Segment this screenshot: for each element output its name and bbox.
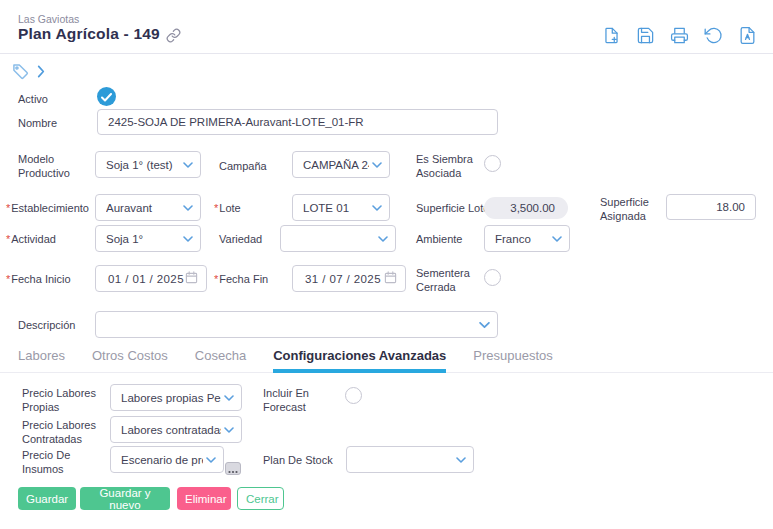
history-button[interactable] bbox=[704, 26, 723, 48]
check-icon bbox=[101, 88, 112, 106]
descripcion-select[interactable] bbox=[95, 311, 498, 338]
precio-de-insumos-select[interactable]: Escenario de precios bbox=[110, 446, 224, 473]
chevron-down-icon bbox=[372, 162, 382, 168]
es-siembra-asociada-label: Es Siembra Asociada bbox=[416, 152, 482, 181]
print-icon bbox=[670, 26, 689, 48]
calendar-icon[interactable] bbox=[384, 271, 397, 286]
chevron-down-icon bbox=[183, 162, 193, 168]
link-icon[interactable] bbox=[166, 28, 181, 43]
sementera-cerrada-label: Sementera Cerrada bbox=[416, 266, 482, 295]
print-button[interactable] bbox=[670, 26, 689, 48]
nombre-label: Nombre bbox=[18, 116, 57, 130]
campana-select[interactable]: CAMPAÑA 24-25 bbox=[292, 151, 390, 178]
tag-row bbox=[12, 63, 45, 83]
chevron-down-icon bbox=[378, 236, 388, 242]
precio-labores-propias-select[interactable]: Labores propias Pesos bbox=[110, 384, 242, 411]
chevron-down-icon bbox=[224, 427, 234, 433]
activo-checkbox[interactable] bbox=[97, 87, 116, 106]
header-divider bbox=[0, 53, 773, 54]
nombre-input[interactable] bbox=[97, 109, 498, 135]
variedad-label: Variedad bbox=[219, 232, 262, 246]
establecimiento-label: Establecimiento bbox=[6, 201, 89, 215]
chevron-down-icon bbox=[552, 236, 562, 242]
precio-labores-propias-label: Precio Labores Propias bbox=[22, 386, 104, 415]
chevron-down-icon bbox=[224, 395, 234, 401]
guardar-button[interactable]: Guardar bbox=[18, 487, 76, 510]
superficie-asignada-input[interactable] bbox=[666, 194, 756, 220]
new-document-button[interactable] bbox=[602, 26, 621, 48]
chevron-down-icon bbox=[183, 205, 193, 211]
es-siembra-asociada-radio[interactable] bbox=[484, 155, 501, 172]
actividad-label: Actividad bbox=[6, 232, 56, 246]
tab-bar: Labores Otros Costos Cosecha Configuraci… bbox=[0, 348, 773, 373]
lote-label: Lote bbox=[214, 201, 241, 215]
toolbar bbox=[602, 26, 757, 48]
save-icon bbox=[636, 26, 655, 48]
superficie-asignada-label: Superficie Asignada bbox=[600, 195, 662, 224]
tab-presupuestos[interactable]: Presupuestos bbox=[473, 348, 553, 373]
expand-tags-button[interactable] bbox=[37, 65, 45, 81]
descripcion-label: Descripción bbox=[18, 318, 75, 332]
audit-log-icon bbox=[738, 26, 757, 48]
chevron-down-icon bbox=[456, 457, 466, 463]
chevron-down-icon bbox=[183, 236, 193, 242]
ellipsis-icon bbox=[228, 460, 238, 478]
new-document-icon bbox=[602, 26, 621, 48]
precio-labores-contratadas-label: Precio Labores Contratadas bbox=[22, 418, 104, 447]
tab-labores[interactable]: Labores bbox=[18, 348, 65, 373]
title-row: Plan Agrícola - 149 bbox=[18, 25, 181, 43]
cerrar-button[interactable]: Cerrar bbox=[237, 487, 284, 510]
fecha-fin-label: Fecha Fin bbox=[214, 272, 268, 286]
breadcrumb: Las Gaviotas bbox=[18, 13, 79, 25]
precio-labores-contratadas-select[interactable]: Labores contratadas bbox=[110, 416, 242, 443]
plan-agricola-page: Las Gaviotas Plan Agrícola - 149 bbox=[0, 0, 773, 529]
chevron-down-icon bbox=[479, 321, 490, 328]
calendar-icon[interactable] bbox=[185, 271, 198, 286]
actividad-select[interactable]: Soja 1° bbox=[95, 225, 201, 252]
modelo-productivo-label: Modelo Productivo bbox=[18, 152, 78, 181]
fecha-fin-input[interactable]: 31 / 07 / 2025 bbox=[292, 265, 406, 292]
modelo-productivo-select[interactable]: Soja 1° (test) bbox=[95, 151, 201, 178]
ambiente-select[interactable]: Franco bbox=[484, 225, 570, 252]
chevron-right-icon bbox=[37, 65, 45, 81]
chevron-down-icon bbox=[372, 205, 382, 211]
tab-configuraciones-avanzadas[interactable]: Configuraciones Avanzadas bbox=[273, 348, 446, 373]
fecha-inicio-label: Fecha Inicio bbox=[6, 272, 71, 286]
save-button[interactable] bbox=[636, 26, 655, 48]
campana-label: Campaña bbox=[219, 159, 267, 173]
establecimiento-select[interactable]: Auravant bbox=[95, 194, 201, 221]
eliminar-button[interactable]: Eliminar bbox=[177, 487, 231, 510]
incluir-en-forecast-label: Incluir En Forecast bbox=[263, 386, 323, 415]
superficie-lote-value: 3,500.00 bbox=[484, 197, 568, 219]
tags-button[interactable] bbox=[12, 63, 29, 83]
guardar-y-nuevo-button[interactable]: Guardar y nuevo bbox=[80, 487, 170, 510]
page-title: Plan Agrícola - 149 bbox=[18, 25, 160, 43]
variedad-select[interactable] bbox=[280, 225, 396, 252]
audit-log-button[interactable] bbox=[738, 26, 757, 48]
lote-select[interactable]: LOTE 01 bbox=[292, 194, 390, 221]
incluir-en-forecast-radio[interactable] bbox=[345, 387, 362, 404]
plan-de-stock-label: Plan De Stock bbox=[263, 453, 333, 467]
precio-de-insumos-label: Precio De Insumos bbox=[22, 448, 82, 477]
tab-otros-costos[interactable]: Otros Costos bbox=[92, 348, 168, 373]
history-icon bbox=[704, 26, 723, 48]
ambiente-label: Ambiente bbox=[416, 232, 462, 246]
chevron-down-icon bbox=[206, 457, 216, 463]
sementera-cerrada-radio[interactable] bbox=[484, 269, 501, 286]
fecha-inicio-input[interactable]: 01 / 01 / 2025 bbox=[95, 265, 207, 292]
tag-icon bbox=[12, 63, 29, 83]
tab-cosecha[interactable]: Cosecha bbox=[195, 348, 246, 373]
plan-de-stock-select[interactable] bbox=[346, 446, 474, 473]
activo-label: Activo bbox=[18, 92, 48, 106]
insumos-more-button[interactable] bbox=[225, 462, 241, 475]
